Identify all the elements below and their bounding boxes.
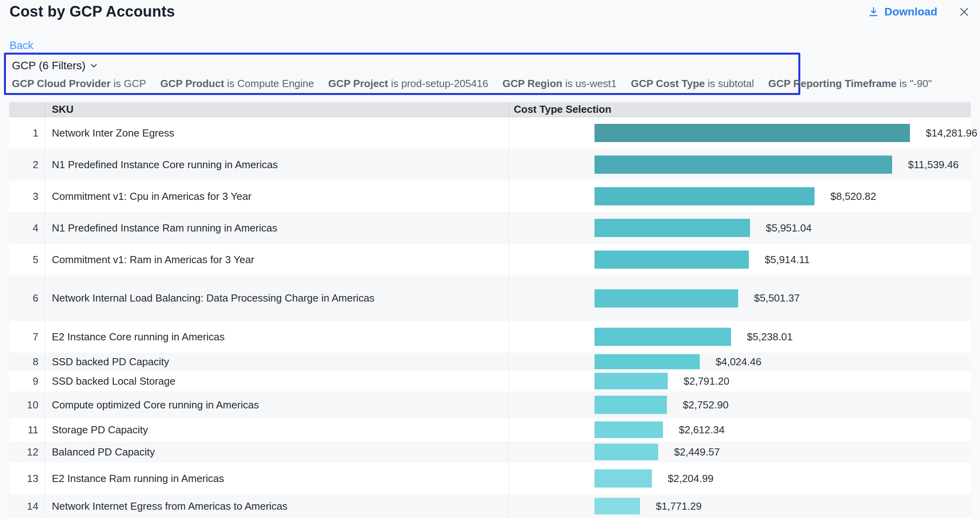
cost-cell: $2,752.90: [509, 391, 971, 418]
cost-table: SKU Cost Type Selection 1Network Inter Z…: [9, 102, 971, 520]
cost-cell: $11,539.46: [509, 149, 971, 180]
filter-list: GCP Cloud Provider is GCPGCP Product is …: [12, 78, 798, 90]
filter-chip[interactable]: GCP Cost Type is subtotal: [631, 78, 754, 90]
sku-cell: E2 Instance Ram running in Americas: [45, 463, 509, 494]
sku-cell: E2 Instance Core running in Americas: [45, 321, 509, 353]
download-label: Download: [884, 6, 937, 18]
row-index: 4: [9, 212, 45, 244]
column-header-cost-type: Cost Type Selection: [509, 102, 971, 117]
table-row: 5Commitment v1: Ram in Americas for 3 Ye…: [9, 244, 971, 275]
table-row: 8SSD backed PD Capacity$4,024.46: [9, 353, 971, 371]
cost-bar[interactable]: [594, 219, 750, 237]
cost-bar[interactable]: [594, 289, 738, 307]
table-row: 1Network Inter Zone Egress$14,281.96: [9, 117, 971, 149]
cost-bar[interactable]: [594, 354, 700, 369]
row-index: 14: [9, 494, 45, 518]
cost-bar[interactable]: [594, 187, 815, 205]
filter-field-name: GCP Product: [160, 78, 224, 89]
table-row: 10Compute optimized Core running in Amer…: [9, 391, 971, 418]
cost-cell: $1,771.29: [509, 494, 971, 518]
cost-bar[interactable]: [594, 251, 749, 269]
table-row: 2N1 Predefined Instance Core running in …: [9, 149, 971, 180]
filter-chip[interactable]: GCP Product is Compute Engine: [160, 78, 314, 90]
table-row: 13E2 Instance Ram running in Americas$2,…: [9, 463, 971, 494]
filter-field-name: GCP Cost Type: [631, 78, 705, 89]
filter-chip[interactable]: GCP Cloud Provider is GCP: [12, 78, 146, 90]
page-title: Cost by GCP Accounts: [9, 3, 175, 20]
filter-condition: is Compute Engine: [224, 78, 314, 89]
cost-value: $14,281.96: [926, 127, 977, 139]
header-actions: Download: [868, 6, 971, 18]
cost-cell: $5,501.37: [509, 275, 971, 321]
filter-condition: is GCP: [110, 78, 146, 89]
row-index: 11: [9, 418, 45, 441]
cost-value: $5,914.11: [765, 254, 810, 266]
sku-cell: Compute optimized Core running in Americ…: [45, 391, 509, 418]
cost-cell: $2,791.20: [509, 371, 971, 391]
sku-cell: SSD backed Local Storage: [45, 371, 509, 391]
cost-bar[interactable]: [594, 328, 731, 346]
cost-bar[interactable]: [594, 469, 652, 488]
table-header: SKU Cost Type Selection: [9, 102, 971, 117]
row-index: 12: [9, 441, 45, 463]
filter-panel: GCP (6 Filters) GCP Cloud Provider is GC…: [4, 53, 800, 95]
filter-field-name: GCP Region: [502, 78, 562, 89]
filter-summary-dropdown[interactable]: GCP (6 Filters): [12, 59, 98, 72]
sku-cell: Storage PD Capacity: [45, 418, 509, 441]
table-row: 11Storage PD Capacity$2,612.34: [9, 418, 971, 441]
row-index: 9: [9, 371, 45, 391]
column-header-sku: SKU: [45, 102, 509, 117]
sku-cell: Balanced PD Capacity: [45, 441, 509, 463]
table-row: 6Network Internal Load Balancing: Data P…: [9, 275, 971, 321]
filter-chip[interactable]: GCP Region is us-west1: [502, 78, 616, 90]
cost-value: $2,449.57: [674, 446, 720, 458]
cost-value: $2,752.90: [683, 399, 729, 411]
filter-field-name: GCP Reporting Timeframe: [768, 78, 896, 89]
cost-value: $2,204.99: [668, 473, 714, 485]
cost-value: $8,520.82: [830, 190, 876, 203]
row-index: 8: [9, 353, 45, 371]
cost-bar[interactable]: [594, 156, 892, 174]
back-link[interactable]: Back: [9, 40, 33, 52]
row-index: 7: [9, 321, 45, 353]
filter-condition: is subtotal: [705, 78, 754, 89]
cost-cell: $5,951.04: [509, 212, 971, 244]
sku-cell: N1 Predefined Instance Core running in A…: [45, 149, 509, 180]
chevron-down-icon: [89, 61, 98, 70]
filter-field-name: GCP Project: [328, 78, 388, 89]
cost-cell: $5,238.01: [509, 321, 971, 353]
cost-cell: $4,024.46: [509, 353, 971, 371]
close-button[interactable]: [958, 6, 971, 18]
cost-value: $11,539.46: [908, 159, 959, 171]
cost-bar[interactable]: [594, 124, 910, 142]
download-button[interactable]: Download: [868, 6, 937, 18]
sku-cell: Network Inter Zone Egress: [45, 117, 509, 149]
row-index: 3: [9, 180, 45, 212]
cost-bar[interactable]: [594, 396, 667, 414]
filter-chip[interactable]: GCP Project is prod-setup-205416: [328, 78, 488, 90]
cost-bar[interactable]: [594, 498, 640, 514]
column-header-index: [9, 102, 45, 117]
sku-cell: Network Internal Load Balancing: Data Pr…: [45, 275, 509, 321]
cost-bar[interactable]: [594, 373, 668, 389]
sku-cell: Commitment v1: Ram in Americas for 3 Yea…: [45, 244, 509, 275]
cost-value: $4,024.46: [716, 356, 762, 368]
filter-condition: is "-90": [896, 78, 932, 89]
cost-cell: $2,449.57: [509, 441, 971, 463]
cost-value: $5,501.37: [754, 292, 800, 304]
cost-cell: $2,612.34: [509, 418, 971, 441]
row-index: 6: [9, 275, 45, 321]
table-row: 3Commitment v1: Cpu in Americas for 3 Ye…: [9, 180, 971, 212]
row-index: 13: [9, 463, 45, 494]
table-row: 12Balanced PD Capacity$2,449.57: [9, 441, 971, 463]
table-row: 9SSD backed Local Storage$2,791.20: [9, 371, 971, 391]
cost-value: $1,771.29: [656, 500, 702, 512]
cost-bar[interactable]: [594, 421, 663, 438]
cost-cell: $2,204.99: [509, 463, 971, 494]
cost-value: $2,791.20: [684, 375, 729, 387]
filter-chip[interactable]: GCP Reporting Timeframe is "-90": [768, 78, 932, 90]
cost-bar[interactable]: [594, 444, 658, 460]
table-row: 7E2 Instance Core running in Americas$5,…: [9, 321, 971, 353]
row-index: 2: [9, 149, 45, 180]
cost-cell: $8,520.82: [509, 180, 971, 212]
